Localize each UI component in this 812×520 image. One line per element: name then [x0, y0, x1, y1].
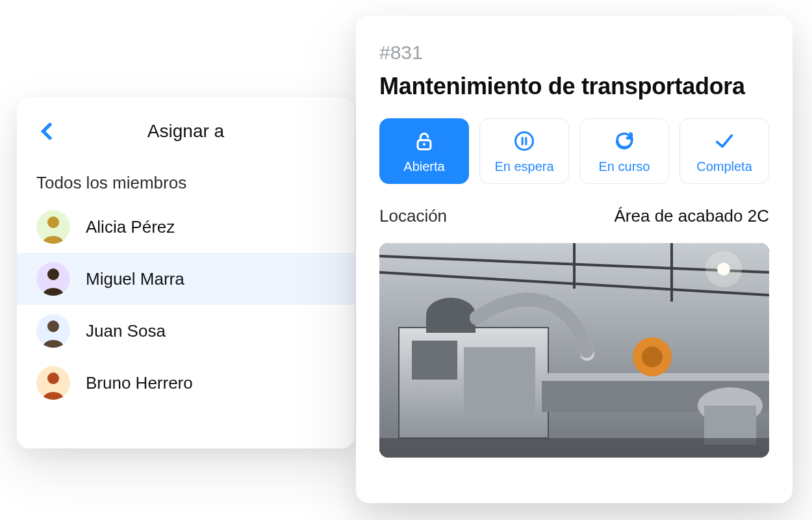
status-label: En espera [494, 159, 553, 174]
member-name: Alicia Pérez [86, 217, 175, 237]
status-label: Completa [696, 159, 752, 174]
refresh-icon [613, 130, 635, 152]
location-row: Locación Área de acabado 2C [379, 206, 769, 226]
status-complete-button[interactable]: Completa [679, 118, 769, 184]
member-row[interactable]: Miguel Marra [17, 253, 355, 305]
svg-rect-20 [464, 347, 535, 419]
avatar-image [36, 314, 70, 348]
member-row[interactable]: Alicia Pérez [17, 201, 355, 253]
task-title: Mantenimiento de transportadora [379, 73, 769, 100]
status-open-button[interactable]: Abierta [379, 118, 469, 184]
task-photo[interactable] [379, 243, 769, 458]
task-id: #831 [379, 42, 769, 64]
member-row[interactable]: Juan Sosa [17, 305, 355, 357]
member-list: Alicia Pérez Miguel Marra Juan Sosa [17, 201, 355, 409]
avatar-image [36, 210, 70, 244]
member-name: Bruno Herrero [86, 373, 193, 393]
location-label: Locación [379, 206, 447, 226]
avatar-image [36, 366, 70, 400]
avatar [36, 262, 70, 296]
task-detail-card: #831 Mantenimiento de transportadora Abi… [356, 16, 793, 503]
assign-panel: Asignar a Todos los miembros Alicia Pére… [17, 98, 355, 448]
avatar [36, 210, 70, 244]
svg-point-26 [642, 346, 663, 367]
members-section-label: Todos los miembros [17, 161, 355, 201]
unlock-icon [413, 130, 435, 152]
task-photo-image [379, 243, 769, 458]
status-onhold-button[interactable]: En espera [479, 118, 569, 184]
member-row[interactable]: Bruno Herrero [17, 357, 355, 409]
svg-point-10 [516, 133, 533, 150]
status-label: En curso [599, 159, 650, 174]
status-label: Abierta [403, 159, 444, 174]
member-name: Miguel Marra [86, 269, 184, 289]
svg-point-9 [423, 143, 425, 146]
svg-point-1 [47, 216, 59, 228]
avatar [36, 314, 70, 348]
assign-header: Asignar a [17, 98, 355, 161]
location-value: Área de acabado 2C [614, 206, 769, 226]
avatar [36, 366, 70, 400]
svg-rect-19 [412, 341, 457, 380]
svg-point-5 [47, 320, 59, 332]
svg-rect-29 [379, 438, 769, 458]
svg-point-31 [705, 251, 742, 287]
assign-title: Asignar a [36, 121, 335, 142]
svg-point-3 [47, 268, 59, 280]
status-inprogress-button[interactable]: En curso [579, 118, 669, 184]
svg-rect-22 [426, 313, 476, 333]
avatar-image [36, 262, 70, 296]
svg-point-7 [47, 372, 59, 384]
check-icon [713, 130, 735, 152]
member-name: Juan Sosa [86, 321, 166, 341]
status-button-row: Abierta En espera [379, 118, 769, 184]
pause-icon [513, 130, 535, 152]
